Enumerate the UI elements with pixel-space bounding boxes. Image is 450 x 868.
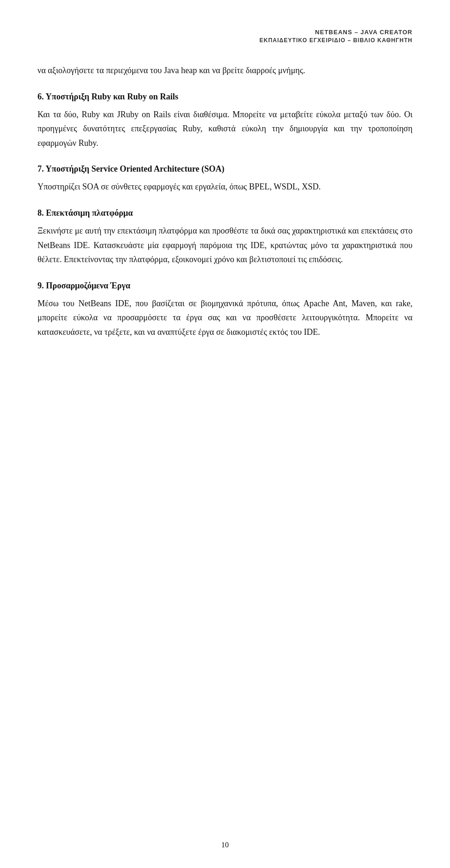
header-title-line1: NETBEANS – JAVA CREATOR: [38, 28, 412, 37]
header-title-line2: ΕΚΠΑΙΔΕΥΤΙΚΟ ΕΓΧΕΙΡΙΔΙΟ – ΒΙΒΛΙΟ ΚΑΘΗΓΗΤ…: [38, 37, 412, 45]
section-6: 6. Υποστήριξη Ruby και Ruby on Rails Και…: [38, 92, 412, 151]
section-7-body: Υποστηρίζει SOA σε σύνθετες εφαρμογές κα…: [38, 180, 412, 194]
section-9-body: Μέσω του NetBeans IDE, που βασίζεται σε …: [38, 296, 412, 340]
section-9-number: 9.: [38, 281, 46, 290]
section-8-body: Ξεκινήστε με αυτή την επεκτάσιμη πλατφόρ…: [38, 224, 412, 267]
section-7: 7. Υποστήριξη Service Oriented Architect…: [38, 164, 412, 194]
section-9-title: 9. Προσαρμοζόμενα Έργα: [38, 281, 412, 291]
section-9: 9. Προσαρμοζόμενα Έργα Μέσω του NetBeans…: [38, 281, 412, 340]
page-header: NETBEANS – JAVA CREATOR ΕΚΠΑΙΔΕΥΤΙΚΟ ΕΓΧ…: [38, 28, 412, 45]
section-8: 8. Επεκτάσιμη πλατφόρμα Ξεκινήστε με αυτ…: [38, 208, 412, 267]
page-number: 10: [221, 841, 229, 849]
section-8-number: 8.: [38, 208, 46, 218]
section-7-title: 7. Υποστήριξη Service Oriented Architect…: [38, 164, 412, 174]
section-6-body: Και τα δύο, Ruby και JRuby on Rails είνα…: [38, 107, 412, 151]
section-6-number: 6.: [38, 92, 45, 101]
section-7-number: 7.: [38, 164, 45, 174]
section-8-title: 8. Επεκτάσιμη πλατφόρμα: [38, 208, 412, 218]
section-6-title: 6. Υποστήριξη Ruby και Ruby on Rails: [38, 92, 412, 102]
page-footer: 10: [0, 841, 450, 849]
page: NETBEANS – JAVA CREATOR ΕΚΠΑΙΔΕΥΤΙΚΟ ΕΓΧ…: [0, 0, 450, 868]
intro-paragraph: να αξιολογήσετε τα περιεχόμενα του Java …: [38, 63, 412, 78]
